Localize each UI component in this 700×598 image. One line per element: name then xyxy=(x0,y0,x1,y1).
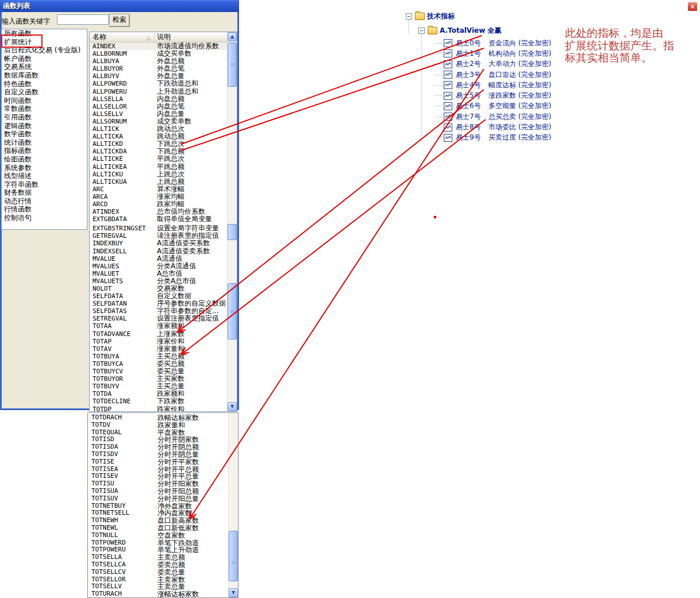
table-scrollbar[interactable]: ▲ ▼ xyxy=(227,32,237,411)
tree-item-label[interactable]: 易士5号 xyxy=(456,91,489,101)
category-item-行情函数[interactable]: 行情函数 xyxy=(2,205,87,214)
table-row[interactable]: ALLTICKA跳动总额 xyxy=(90,133,228,140)
table-row[interactable]: ALLTICK跳动总次 xyxy=(90,125,228,133)
tree-item-label[interactable]: 易士7号 xyxy=(456,112,489,122)
category-item-扩展统计[interactable]: 扩展统计 xyxy=(2,38,87,47)
tree-item-易士6号[interactable]: 易士6号多空能量 (完全加密) xyxy=(434,101,551,111)
tree-item-desc[interactable]: 盘口雷达 (完全加密) xyxy=(489,70,551,80)
table-row[interactable]: TOTBUYOR主买家数 xyxy=(90,375,228,383)
category-item-动态行情[interactable]: 动态行情 xyxy=(2,197,87,206)
table-row[interactable]: TOTDECLINE下跌家数 xyxy=(90,398,228,405)
category-item-数学函数[interactable]: 数学函数 xyxy=(2,130,87,138)
scroll-up-button[interactable]: ▲ xyxy=(228,32,237,41)
table-row[interactable]: SELFDATA自定义数据 xyxy=(90,292,228,300)
category-item-自定义函数[interactable]: 自定义函数 xyxy=(2,88,87,97)
column-header-desc[interactable]: 说明 xyxy=(155,32,171,42)
table-row[interactable]: TOTAA涨家额和 xyxy=(90,322,228,330)
table-row[interactable]: GETREGVAL读注册表里的指定值 xyxy=(90,232,228,240)
tree-item-易士4号[interactable]: 易士4号幅度达标 (完全加密) xyxy=(434,80,551,90)
category-item-统计函数[interactable]: 统计函数 xyxy=(2,138,87,147)
table-row[interactable]: TOTNULL空盘家数 xyxy=(88,532,229,539)
table-scrollbar[interactable]: ▼ xyxy=(228,413,238,597)
table-row[interactable]: ALLSELLOR内盘总笔 xyxy=(90,103,228,110)
table-row[interactable]: ALLSELLV内盘总量 xyxy=(90,110,228,118)
tree-item-易士9号[interactable]: 易士9号买卖过度 (完全加密) xyxy=(434,133,551,143)
table-row[interactable]: TOTADVANCE上涨家数 xyxy=(90,330,228,338)
table-header[interactable]: 名称 △ 说明 xyxy=(90,32,228,43)
category-item-字符串函数[interactable]: 字符串函数 xyxy=(2,180,87,189)
table-row[interactable]: ALLPOWERD下跌劲道总和 xyxy=(90,80,228,87)
table-row[interactable]: EXTGBSTRINGSET设置全局字符串变量 xyxy=(90,225,228,232)
table-row[interactable]: ALLSELLA内盘总额 xyxy=(90,95,228,103)
scroll-down-button[interactable]: ▼ xyxy=(229,588,238,597)
table-row[interactable]: TOTISUA分时开阳总额 xyxy=(88,488,229,495)
category-item-交易系统[interactable]: 交易系统 xyxy=(2,63,87,71)
tree-item-易士5号[interactable]: 易士5号涨跌家数 (完全加密) xyxy=(434,90,551,101)
table-row[interactable]: TOTBUYV主买总量 xyxy=(90,383,228,390)
scroll-down-button[interactable]: ▼ xyxy=(228,402,237,411)
tree-item-desc[interactable]: 总买总卖 (完全加密) xyxy=(489,112,551,122)
collapse-icon[interactable] xyxy=(418,28,425,34)
category-item-财务数据[interactable]: 财务数据 xyxy=(2,188,87,197)
tree-item-label[interactable]: 易士3号 xyxy=(456,70,489,80)
table-row[interactable]: TOTSELLCV委卖总量 xyxy=(88,569,229,576)
dialog-titlebar[interactable]: 函数列表 xyxy=(0,0,239,12)
table-row[interactable]: SETREGVAL设置注册表里指定值 xyxy=(90,315,228,322)
tree-root-row[interactable]: 技术指标 xyxy=(406,12,455,21)
table-row[interactable]: SELFDATAS字符串参数的自定... xyxy=(90,307,228,315)
table-row[interactable]: INDEXBUYA流通值委买系数 xyxy=(90,240,228,247)
category-item-控制语句[interactable]: 控制语句 xyxy=(2,214,87,222)
tree-group-row[interactable]: A.TotalView 全赢 xyxy=(418,26,501,35)
category-item-指标函数[interactable]: 指标函数 xyxy=(2,146,87,155)
scroll-thumb[interactable] xyxy=(228,283,237,339)
category-item-数据库函数[interactable]: 数据库函数 xyxy=(2,71,87,80)
tree-item-desc[interactable]: 市场委比 (完全加密) xyxy=(489,122,551,132)
tree-root-label[interactable]: 技术指标 xyxy=(427,11,455,21)
tree-group-label[interactable]: A.TotalView 全赢 xyxy=(440,26,501,36)
category-item-逻辑函数[interactable]: 逻辑函数 xyxy=(2,122,87,130)
table-row[interactable]: MVALUEA流通值 xyxy=(90,255,228,263)
table-row[interactable]: TOTURACH涨幅达标家数 xyxy=(88,591,229,597)
tree-item-label[interactable]: 易士1号 xyxy=(456,49,489,59)
tree-item-label[interactable]: 易士4号 xyxy=(456,80,489,90)
search-input[interactable] xyxy=(57,14,109,25)
table-row[interactable]: AINDEX市场流通值均价系数 xyxy=(90,43,228,50)
table-row[interactable]: ALLBUYOR外盘总笔 xyxy=(90,65,228,72)
search-button[interactable]: 检索 xyxy=(109,14,130,27)
table-row[interactable]: MVALUETS分类A总市值 xyxy=(90,277,228,285)
table-row[interactable]: TOTDRACH跌幅达标家数 xyxy=(88,414,229,422)
close-button[interactable]: × xyxy=(687,2,698,11)
table-row[interactable]: INDEXSELLA流通值委卖系数 xyxy=(90,248,228,255)
table-row[interactable]: MVALUETA总市值 xyxy=(90,270,228,277)
table-row[interactable]: ALLTICKU上跳总次 xyxy=(90,171,228,178)
category-item-常数函数[interactable]: 常数函数 xyxy=(2,105,87,113)
tree-item-desc[interactable]: 大单动力 (完全加密) xyxy=(489,59,551,69)
table-row[interactable]: ALLBUYA外盘总额 xyxy=(90,57,228,65)
table-row[interactable]: TOTISE分时开平家数 xyxy=(88,458,229,466)
table-row[interactable]: SELFDATAN序号参数的自定义数据 xyxy=(90,300,228,307)
table-row[interactable]: TOTISDV分时开阴总量 xyxy=(88,451,229,458)
category-item-系统参数[interactable]: 系统参数 xyxy=(2,164,87,172)
tree-item-易士2号[interactable]: 易士2号大单动力 (完全加密) xyxy=(434,59,551,70)
tree-item-desc[interactable]: 涨跌家数 (完全加密) xyxy=(489,91,551,101)
category-item-绘图函数[interactable]: 绘图函数 xyxy=(2,155,87,164)
table-row[interactable]: TOTDA跌家额和 xyxy=(90,390,228,398)
table-row[interactable]: ALLBORNUM成交买单数 xyxy=(90,50,228,57)
table-row[interactable]: TOTBUYA主买总额 xyxy=(90,353,228,360)
scroll-thumb[interactable] xyxy=(228,43,237,87)
table-row[interactable]: EXTGBDATA取得单值全局变量 xyxy=(90,215,228,223)
tree-item-label[interactable]: 易士9号 xyxy=(456,133,489,142)
category-item-线型描述[interactable]: 线型描述 xyxy=(2,172,87,180)
table-row[interactable]: ARCA涨家均幅 xyxy=(90,193,228,200)
tree-item-易士3号[interactable]: 易士3号盘口雷达 (完全加密) xyxy=(434,70,551,80)
tree-item-label[interactable]: 易士2号 xyxy=(456,59,489,69)
table-row[interactable]: TOTBUYCV委买总量 xyxy=(90,368,228,375)
category-item-特色函数[interactable]: 特色函数 xyxy=(2,80,87,88)
table-row[interactable]: ALLPOWERU上升劲道总和 xyxy=(90,88,228,95)
tree-item-label[interactable]: 易士0号 xyxy=(456,38,489,48)
tree-item-易士8号[interactable]: 易士8号市场委比 (完全加密) xyxy=(434,122,551,132)
table-row[interactable]: TOTAV涨家量和 xyxy=(90,345,228,353)
tree-item-desc[interactable]: 机构动向 (完全加密) xyxy=(489,49,551,59)
column-header-name[interactable]: 名称 △ xyxy=(90,32,155,42)
table-row[interactable]: TOTISUV分时开阳总量 xyxy=(88,495,229,503)
